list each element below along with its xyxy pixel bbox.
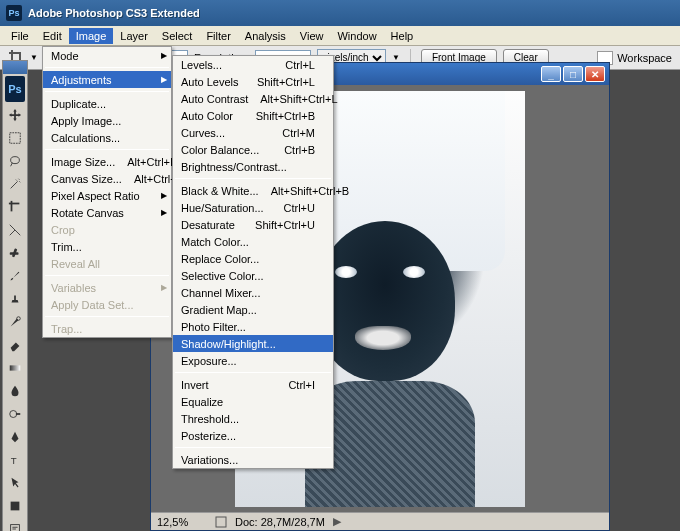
tool-preset-dropdown-icon[interactable]: ▼: [30, 53, 38, 62]
adjustments-item-selective-color-[interactable]: Selective Color...: [173, 267, 333, 284]
options-dropdown-icon[interactable]: ▼: [392, 53, 400, 62]
type-tool[interactable]: T: [4, 449, 26, 471]
blur-tool[interactable]: [4, 380, 26, 402]
menu-item-label: Canvas Size...: [51, 173, 122, 185]
minimize-button[interactable]: _: [541, 66, 561, 82]
adjustments-item-match-color-[interactable]: Match Color...: [173, 233, 333, 250]
eraser-tool[interactable]: [4, 334, 26, 356]
pen-tool[interactable]: [4, 426, 26, 448]
lasso-tool[interactable]: [4, 150, 26, 172]
marquee-tool[interactable]: [4, 127, 26, 149]
svg-rect-4: [10, 133, 21, 144]
menu-image[interactable]: Image: [69, 28, 114, 44]
menu-item-shortcut: Shift+Ctrl+L: [257, 76, 315, 88]
menu-item-label: Levels...: [181, 59, 273, 71]
adjustments-item-auto-color[interactable]: Auto ColorShift+Ctrl+B: [173, 107, 333, 124]
close-button[interactable]: ✕: [585, 66, 605, 82]
shape-tool[interactable]: [4, 495, 26, 517]
svg-rect-6: [11, 201, 13, 212]
adjustments-item-shadow-highlight-[interactable]: Shadow/Highlight...: [173, 335, 333, 352]
menu-item-shortcut: Shift+Ctrl+U: [255, 219, 315, 231]
workspace-label[interactable]: Workspace: [617, 52, 672, 64]
notes-tool[interactable]: [4, 518, 26, 531]
adjustments-item-hue-saturation-[interactable]: Hue/Saturation...Ctrl+U: [173, 199, 333, 216]
image-menu-item-pixel-aspect-ratio[interactable]: Pixel Aspect Ratio▶: [43, 187, 171, 204]
image-menu-item-mode[interactable]: Mode▶: [43, 47, 171, 64]
menu-item-shortcut: Ctrl+I: [288, 379, 315, 391]
menu-layer[interactable]: Layer: [113, 28, 155, 44]
adjustments-item-variations-[interactable]: Variations...: [173, 451, 333, 468]
image-menu-item-canvas-size-[interactable]: Canvas Size...Alt+Ctrl+C: [43, 170, 171, 187]
menu-filter[interactable]: Filter: [199, 28, 237, 44]
menu-item-label: Gradient Map...: [181, 304, 315, 316]
adjustments-item-photo-filter-[interactable]: Photo Filter...: [173, 318, 333, 335]
adjustments-item-black-white-[interactable]: Black & White...Alt+Shift+Ctrl+B: [173, 182, 333, 199]
adjustments-item-levels-[interactable]: Levels...Ctrl+L: [173, 56, 333, 73]
svg-point-10: [17, 317, 21, 321]
menu-item-label: Desaturate: [181, 219, 243, 231]
clone-stamp-tool[interactable]: [4, 288, 26, 310]
image-menu-item-image-size-[interactable]: Image Size...Alt+Ctrl+I: [43, 153, 171, 170]
brush-tool[interactable]: [4, 265, 26, 287]
adjustments-item-auto-contrast[interactable]: Auto ContrastAlt+Shift+Ctrl+L: [173, 90, 333, 107]
adjustments-item-auto-levels[interactable]: Auto LevelsShift+Ctrl+L: [173, 73, 333, 90]
slice-tool[interactable]: [4, 219, 26, 241]
menu-item-label: Replace Color...: [181, 253, 315, 265]
magic-wand-tool[interactable]: [4, 173, 26, 195]
menu-item-shortcut: Ctrl+U: [284, 202, 315, 214]
healing-brush-tool[interactable]: [4, 242, 26, 264]
menu-item-label: Black & White...: [181, 185, 259, 197]
crop-tool[interactable]: [4, 196, 26, 218]
menu-item-label: Duplicate...: [51, 98, 153, 110]
image-menu-item-trim-[interactable]: Trim...: [43, 238, 171, 255]
adjustments-item-equalize[interactable]: Equalize: [173, 393, 333, 410]
menu-edit[interactable]: Edit: [36, 28, 69, 44]
tools-palette-header[interactable]: [2, 60, 28, 74]
adjustments-item-color-balance-[interactable]: Color Balance...Ctrl+B: [173, 141, 333, 158]
menu-help[interactable]: Help: [384, 28, 421, 44]
adjustments-item-threshold-[interactable]: Threshold...: [173, 410, 333, 427]
menu-window[interactable]: Window: [330, 28, 383, 44]
adjustments-item-brightness-contrast-[interactable]: Brightness/Contrast...: [173, 158, 333, 175]
adjustments-item-posterize-[interactable]: Posterize...: [173, 427, 333, 444]
svg-rect-16: [11, 525, 20, 531]
adjustments-item-channel-mixer-[interactable]: Channel Mixer...: [173, 284, 333, 301]
app-title: Adobe Photoshop CS3 Extended: [28, 7, 200, 19]
menu-item-label: Exposure...: [181, 355, 315, 367]
adjustments-item-exposure-[interactable]: Exposure...: [173, 352, 333, 369]
menu-view[interactable]: View: [293, 28, 331, 44]
dodge-tool[interactable]: [4, 403, 26, 425]
menu-analysis[interactable]: Analysis: [238, 28, 293, 44]
svg-rect-13: [16, 413, 20, 415]
adjustments-item-gradient-map-[interactable]: Gradient Map...: [173, 301, 333, 318]
history-brush-tool[interactable]: [4, 311, 26, 333]
adjustments-item-curves-[interactable]: Curves...Ctrl+M: [173, 124, 333, 141]
menu-select[interactable]: Select: [155, 28, 200, 44]
submenu-arrow-icon: ▶: [161, 51, 167, 60]
image-menu-item-reveal-all: Reveal All: [43, 255, 171, 272]
image-menu-item-rotate-canvas[interactable]: Rotate Canvas▶: [43, 204, 171, 221]
path-selection-tool[interactable]: [4, 472, 26, 494]
svg-rect-7: [9, 203, 20, 205]
menu-separator: [45, 275, 169, 276]
adjustments-item-desaturate[interactable]: DesaturateShift+Ctrl+U: [173, 216, 333, 233]
maximize-button[interactable]: □: [563, 66, 583, 82]
app-titlebar: Ps Adobe Photoshop CS3 Extended: [0, 0, 680, 26]
submenu-arrow-icon: ▶: [161, 283, 167, 292]
image-menu-item-duplicate-[interactable]: Duplicate...: [43, 95, 171, 112]
menu-item-shortcut: Ctrl+B: [284, 144, 315, 156]
gradient-tool[interactable]: [4, 357, 26, 379]
image-menu-item-calculations-[interactable]: Calculations...: [43, 129, 171, 146]
svg-rect-15: [11, 502, 20, 511]
menu-file[interactable]: File: [4, 28, 36, 44]
image-menu-item-adjustments[interactable]: Adjustments▶: [43, 71, 171, 88]
menu-item-label: Apply Data Set...: [51, 299, 153, 311]
adjustments-item-replace-color-[interactable]: Replace Color...: [173, 250, 333, 267]
svg-rect-18: [216, 517, 226, 527]
move-tool[interactable]: [4, 104, 26, 126]
chevron-right-icon[interactable]: ▶: [333, 515, 341, 528]
zoom-level[interactable]: 12,5%: [157, 516, 207, 528]
image-menu-item-apply-image-[interactable]: Apply Image...: [43, 112, 171, 129]
tools-palette: Ps T: [2, 74, 28, 531]
adjustments-item-invert[interactable]: InvertCtrl+I: [173, 376, 333, 393]
